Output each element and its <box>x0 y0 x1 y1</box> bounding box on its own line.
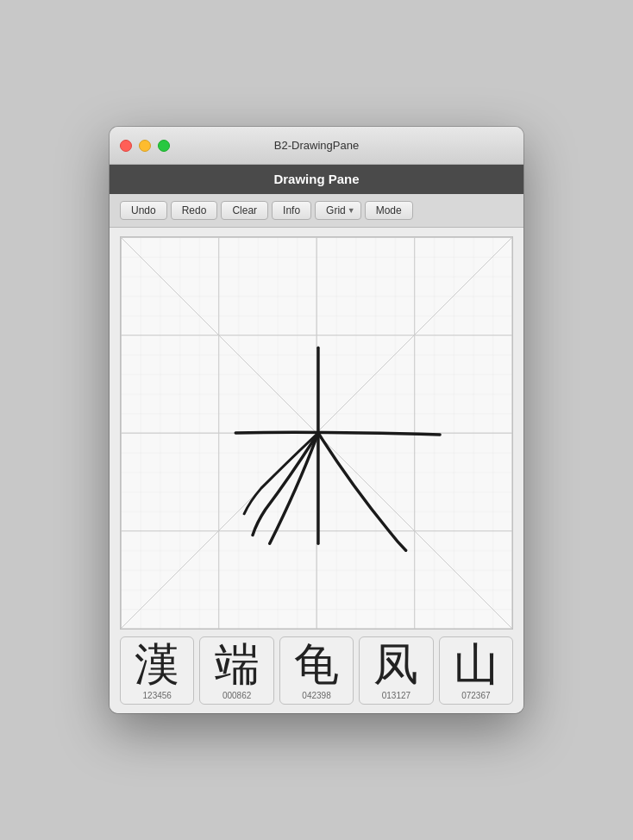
window-title: B2-DrawingPane <box>274 139 359 152</box>
result-code-0: 123456 <box>143 691 172 700</box>
main-window: B2-DrawingPane Drawing Pane Undo Redo Cl… <box>110 127 523 713</box>
canvas-svg <box>121 237 512 629</box>
mode-button[interactable]: Mode <box>365 201 413 220</box>
clear-button[interactable]: Clear <box>221 201 268 220</box>
undo-button[interactable]: Undo <box>120 201 167 220</box>
minimize-button[interactable] <box>139 140 151 152</box>
result-card-1[interactable]: 端 000862 <box>199 636 273 705</box>
header-title: Drawing Pane <box>273 172 359 186</box>
result-card-2[interactable]: 龟 042398 <box>279 636 354 705</box>
result-char-0: 漢 <box>135 643 179 687</box>
drawing-canvas[interactable] <box>120 236 513 630</box>
result-char-4: 山 <box>454 643 498 687</box>
chevron-down-icon: ▼ <box>348 206 355 215</box>
result-code-1: 000862 <box>222 691 251 700</box>
result-code-4: 072367 <box>461 691 490 700</box>
result-char-1: 端 <box>215 643 260 687</box>
result-char-2: 龟 <box>294 643 339 687</box>
traffic-lights <box>120 140 170 152</box>
grid-dropdown[interactable]: Grid ▼ <box>315 201 361 220</box>
results-row: 漢 123456 端 000862 龟 042398 凤 013127 山 07… <box>120 636 513 705</box>
result-char-3: 凤 <box>373 643 418 687</box>
result-card-4[interactable]: 山 072367 <box>439 636 513 705</box>
header-bar: Drawing Pane <box>110 165 523 194</box>
result-card-0[interactable]: 漢 123456 <box>120 636 194 705</box>
result-card-3[interactable]: 凤 013127 <box>359 636 433 705</box>
content-area: 漢 123456 端 000862 龟 042398 凤 013127 山 07… <box>110 228 523 713</box>
result-code-2: 042398 <box>302 691 330 700</box>
toolbar: Undo Redo Clear Info Grid ▼ Mode <box>110 194 523 228</box>
info-button[interactable]: Info <box>272 201 311 220</box>
title-bar: B2-DrawingPane <box>110 127 523 165</box>
result-code-3: 013127 <box>382 691 411 700</box>
maximize-button[interactable] <box>158 140 170 152</box>
grid-label: Grid <box>326 204 346 216</box>
redo-button[interactable]: Redo <box>171 201 218 220</box>
close-button[interactable] <box>120 140 132 152</box>
